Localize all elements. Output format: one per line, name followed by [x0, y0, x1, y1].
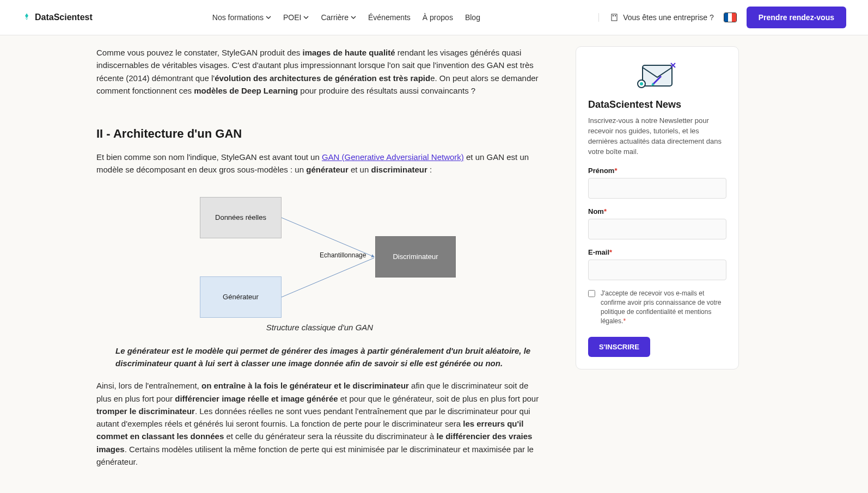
- logo-icon: [22, 13, 32, 22]
- nav-carriere[interactable]: Carrière: [321, 13, 356, 22]
- nav-poei-label: POEI: [283, 13, 301, 22]
- svg-rect-1: [613, 15, 614, 16]
- site-header: DataScientest Nos formations POEI Carriè…: [0, 0, 868, 35]
- nav-evenements[interactable]: Événements: [368, 13, 411, 22]
- newsletter-title: DataScientest News: [588, 99, 726, 110]
- email-input[interactable]: [588, 260, 726, 280]
- diagram-box-discriminator: Discriminateur: [375, 236, 456, 278]
- consent-label: J'accepte de recevoir vos e-mails et con…: [601, 289, 726, 325]
- nom-label: Nom*: [588, 207, 726, 215]
- email-label: E-mail*: [588, 248, 726, 256]
- nav-blog-label: Blog: [465, 13, 480, 22]
- prenom-input[interactable]: [588, 178, 726, 199]
- building-icon: [610, 13, 619, 22]
- chevron-down-icon: [303, 15, 309, 20]
- nav-carriere-label: Carrière: [321, 13, 349, 22]
- nav-evenements-label: Événements: [368, 13, 411, 22]
- envelope-icon: [588, 59, 726, 94]
- paragraph-gan: Et bien comme son nom l'indique, StyleGA…: [96, 151, 543, 176]
- svg-rect-5: [643, 65, 672, 86]
- article-content: Comme vous pouvez le constater, StyleGAN…: [96, 46, 543, 478]
- prenom-label: Prénom*: [588, 167, 726, 175]
- svg-rect-2: [615, 15, 616, 16]
- diagram-box-generator: Générateur: [200, 276, 282, 318]
- svg-rect-0: [612, 14, 617, 21]
- diagram-caption: Structure classique d'un GAN: [96, 321, 543, 334]
- svg-point-7: [640, 82, 643, 85]
- svg-line-4: [282, 258, 374, 297]
- chevron-down-icon: [266, 15, 271, 20]
- nav-blog[interactable]: Blog: [465, 13, 480, 22]
- gan-link[interactable]: GAN (Generative Adversiarial Network): [322, 152, 464, 162]
- nav-formations-label: Nos formations: [212, 13, 264, 22]
- nom-input[interactable]: [588, 219, 726, 239]
- nav-formations[interactable]: Nos formations: [212, 13, 271, 22]
- gan-diagram: Données réelles Générateur Discriminateu…: [184, 193, 456, 318]
- subscribe-button[interactable]: S'INSCRIRE: [588, 337, 650, 357]
- brand-name: DataScientest: [35, 13, 93, 22]
- paragraph-training: Ainsi, lors de l'entraînement, on entraî…: [96, 379, 543, 468]
- nav-poei[interactable]: POEI: [283, 13, 309, 22]
- language-flag-fr[interactable]: [724, 13, 737, 22]
- nav-apropos[interactable]: À propos: [423, 13, 453, 22]
- chevron-down-icon: [351, 15, 356, 20]
- quote-block: Le générateur est le modèle qui permet d…: [96, 344, 543, 370]
- cta-button[interactable]: Prendre rendez-vous: [747, 7, 846, 28]
- consent-checkbox[interactable]: [588, 290, 595, 297]
- nav-apropos-label: À propos: [423, 13, 453, 22]
- section-heading: II - Architecture d'un GAN: [96, 127, 543, 141]
- newsletter-card: DataScientest News Inscrivez-vous à notr…: [576, 46, 739, 369]
- newsletter-desc: Inscrivez-vous à notre Newsletter pour r…: [588, 116, 726, 157]
- enterprise-label: Vous êtes une entreprise ?: [623, 13, 714, 22]
- brand-logo[interactable]: DataScientest: [22, 13, 93, 22]
- enterprise-link[interactable]: Vous êtes une entreprise ?: [598, 13, 714, 22]
- main-nav: Nos formations POEI Carrière Événements …: [212, 13, 480, 22]
- diagram-box-real-data: Données réelles: [200, 197, 282, 238]
- sidebar: DataScientest News Inscrivez-vous à notr…: [576, 46, 739, 478]
- diagram-label-sampling: Echantillonnage: [320, 251, 366, 259]
- paragraph-intro: Comme vous pouvez le constater, StyleGAN…: [96, 46, 543, 97]
